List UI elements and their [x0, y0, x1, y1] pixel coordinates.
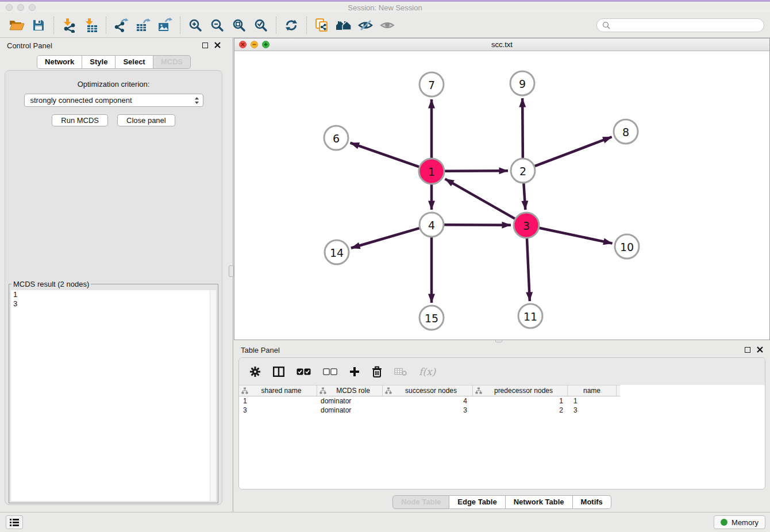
memory-status-dot: [721, 519, 727, 526]
graph-node-3[interactable]: 3: [514, 213, 539, 238]
table-panel: Table Panel f(x) shared nameMCDS rolesuc…: [234, 342, 770, 511]
column-header-name[interactable]: name: [568, 385, 617, 396]
graph-node-2[interactable]: 2: [511, 159, 535, 183]
settings-gear-icon[interactable]: [249, 366, 261, 377]
graph-edge-3-10[interactable]: [540, 228, 613, 244]
graph-node-label: 6: [333, 132, 340, 145]
save-session-button[interactable]: [28, 16, 49, 35]
close-panel-icon[interactable]: [214, 42, 221, 48]
network-close-icon[interactable]: [239, 41, 247, 48]
column-header-MCDS-role[interactable]: MCDS role: [317, 385, 383, 396]
control-tab-network[interactable]: Network: [37, 55, 82, 69]
table-cell: 3: [568, 406, 617, 415]
search-input[interactable]: [613, 20, 759, 30]
zoom-selected-button[interactable]: [250, 16, 272, 35]
hide-panel-button[interactable]: [355, 16, 376, 35]
zoom-selected-icon: [253, 18, 268, 33]
control-tab-mcds[interactable]: MCDS: [153, 55, 191, 69]
export-network-icon: [114, 18, 129, 33]
show-panel-button[interactable]: [376, 16, 398, 35]
column-header-shared-name[interactable]: shared name: [239, 385, 317, 396]
network-overview-houses-icon: [335, 18, 352, 32]
graph-node-11[interactable]: 11: [518, 304, 542, 328]
toolbar-separator: [306, 17, 307, 34]
export-network-button[interactable]: [110, 16, 132, 35]
graph-edge-2-8[interactable]: [535, 137, 612, 166]
table-tab-node-table[interactable]: Node Table: [392, 495, 449, 509]
deselect-all-icon[interactable]: [323, 368, 337, 375]
network-minimize-icon[interactable]: [251, 41, 258, 48]
task-history-button[interactable]: [6, 515, 23, 529]
zoom-fit-button[interactable]: [228, 16, 250, 35]
search-icon: [602, 21, 610, 29]
graph-edge-2-3[interactable]: [523, 183, 525, 210]
network-canvas[interactable]: 7968124314101511: [234, 51, 769, 340]
control-tab-style[interactable]: Style: [82, 55, 116, 69]
graph-edge-4-3[interactable]: [444, 225, 511, 225]
open-session-button[interactable]: [6, 16, 28, 35]
table-tab-motifs[interactable]: Motifs: [573, 495, 611, 509]
column-header-successor-nodes[interactable]: successor nodes: [383, 385, 473, 396]
toolbar-separator: [180, 17, 180, 34]
graph-edge-3-1[interactable]: [445, 179, 515, 218]
float-table-panel-icon[interactable]: [745, 347, 750, 353]
graph-edge-1-2[interactable]: [445, 171, 508, 171]
network-window-titlebar[interactable]: scc.txt: [234, 38, 769, 51]
graph-node-8[interactable]: 8: [614, 119, 638, 144]
column-header-predecessor-nodes[interactable]: predecessor nodes: [473, 385, 568, 396]
graph-edge-2-9[interactable]: [522, 98, 523, 158]
result-scrollbar[interactable]: [210, 290, 216, 501]
control-tab-select[interactable]: Select: [116, 55, 153, 69]
vertical-split-handle[interactable]: [229, 265, 234, 277]
network-overview-button[interactable]: [333, 16, 355, 35]
graph-edge-4-14[interactable]: [351, 228, 419, 248]
graph-node-1[interactable]: 1: [419, 159, 444, 184]
mcds-result-area[interactable]: 13: [11, 290, 216, 501]
export-image-icon: [157, 18, 172, 33]
graph-edge-1-6[interactable]: [351, 143, 419, 167]
table-row[interactable]: 1dominator411: [239, 396, 765, 406]
split-view-icon[interactable]: [273, 367, 284, 377]
graph-node-6[interactable]: 6: [324, 126, 348, 150]
close-panel-button[interactable]: Close panel: [117, 114, 175, 126]
table-cell: dominator: [317, 406, 383, 415]
table-cell: 4: [383, 396, 473, 406]
graph-edge-3-11[interactable]: [527, 238, 530, 301]
table-row[interactable]: 3dominator323: [239, 406, 765, 415]
criterion-dropdown[interactable]: strongly connected component: [24, 94, 203, 107]
memory-button[interactable]: Memory: [714, 515, 765, 529]
add-column-icon[interactable]: [349, 367, 360, 377]
table-tab-edge-table[interactable]: Edge Table: [449, 495, 505, 509]
zoom-out-button[interactable]: [206, 16, 228, 35]
graph-node-label: 8: [622, 126, 629, 138]
graph-node-10[interactable]: 10: [615, 234, 639, 259]
network-zoom-icon[interactable]: [262, 41, 270, 48]
apply-layout-refresh-button[interactable]: [280, 16, 302, 35]
column-type-icon: [385, 387, 392, 394]
network-graph[interactable]: 7968124314101511: [234, 51, 769, 340]
network-view-window: scc.txt 7968124314101511: [234, 38, 770, 340]
import-table-button[interactable]: [80, 16, 102, 35]
export-table-button[interactable]: [132, 16, 154, 35]
float-panel-icon[interactable]: [202, 43, 208, 48]
zoom-fit-icon: [232, 18, 247, 33]
close-table-panel-icon[interactable]: [757, 346, 763, 353]
function-builder-icon: f(x): [419, 366, 436, 377]
import-network-button[interactable]: [58, 16, 80, 35]
graph-node-14[interactable]: 14: [325, 240, 349, 264]
delete-column-trash-icon[interactable]: [372, 366, 382, 377]
graph-node-7[interactable]: 7: [419, 72, 444, 97]
export-image-button[interactable]: [154, 16, 176, 35]
list-icon: [9, 518, 20, 527]
search-box[interactable]: [596, 18, 764, 32]
main-toolbar: [0, 13, 770, 38]
duplicate-network-button[interactable]: [311, 16, 333, 35]
select-all-icon[interactable]: [297, 368, 311, 375]
zoom-in-button[interactable]: [184, 16, 206, 35]
graph-node-4[interactable]: 4: [419, 213, 444, 237]
graph-node-9[interactable]: 9: [510, 71, 534, 95]
mcds-result-line: 1: [11, 290, 216, 299]
graph-node-15[interactable]: 15: [419, 306, 444, 330]
run-mcds-button[interactable]: Run MCDS: [52, 114, 108, 126]
table-tab-network-table[interactable]: Network Table: [506, 495, 573, 509]
